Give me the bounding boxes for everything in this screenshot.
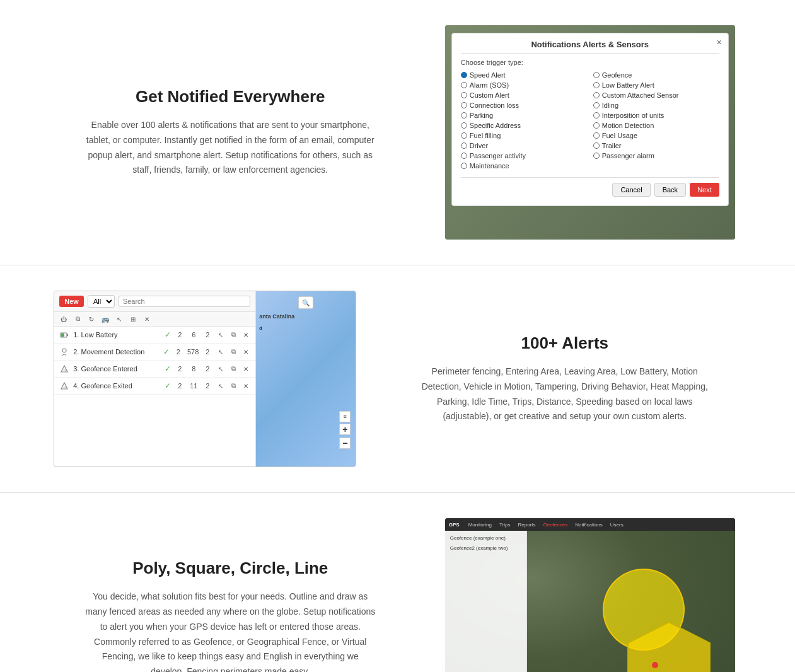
copy-row-icon-1[interactable]: ⧉ [229, 330, 238, 339]
topbar-trips[interactable]: Trips [497, 522, 513, 528]
dialog-wrapper: Notifications Alerts & Sensors × Choose … [445, 25, 735, 240]
alert-val3-4: 2 [202, 382, 212, 390]
topbar-geofences[interactable]: Geofences [541, 522, 571, 528]
alert-row-1[interactable]: 1. Low Battery ✓ 2 6 2 ↖ ⧉ ✕ [54, 327, 255, 344]
filter-select[interactable]: All [88, 295, 115, 308]
radio-speed-alert[interactable]: Speed Alert [461, 71, 587, 79]
radio-low-battery-alert[interactable]: Low Battery Alert [593, 81, 719, 89]
geofence-body: You decide, what solution fits best for … [85, 589, 375, 672]
close-icon[interactable]: × [717, 37, 722, 47]
radio-circle-idling [593, 102, 600, 108]
delete-icon-2[interactable]: ✕ [241, 347, 250, 356]
copy-row-icon-4[interactable]: ⧉ [229, 381, 238, 390]
edit-icon-3[interactable]: ↖ [216, 364, 225, 373]
geofence-image-col: GPS Monitoring Trips Reports Geofences N… [423, 518, 758, 672]
alert-row-4[interactable]: G 4. Geofence Exited ✓ 2 11 2 ↖ ⧉ ✕ [54, 378, 255, 395]
radio-driver[interactable]: Driver [461, 142, 587, 149]
topbar-notifications[interactable]: Notifications [572, 522, 605, 528]
radio-label-trailer: Trailer [602, 142, 622, 149]
next-button[interactable]: Next [690, 183, 719, 197]
radio-parking[interactable]: Parking [461, 112, 587, 119]
search-input[interactable] [119, 296, 250, 307]
alert-row-3[interactable]: G 3. Geofence Entered ✓ 2 8 2 ↖ ⧉ ✕ [54, 361, 255, 378]
check-icon-1: ✓ [165, 330, 171, 339]
radio-label-fuelfill: Fuel filling [470, 132, 501, 139]
topbar-users[interactable]: Users [608, 522, 626, 528]
radio-circle-connloss [461, 102, 467, 108]
zoom-out-button[interactable]: − [339, 437, 351, 449]
power-icon[interactable]: ⏻ [59, 315, 68, 323]
radio-trailer[interactable]: Trailer [593, 142, 719, 149]
arrow-icon[interactable]: ↖ [115, 315, 124, 323]
radio-label-parking: Parking [470, 112, 493, 119]
radio-fuel-filling[interactable]: Fuel filling [461, 132, 587, 139]
radio-fuel-usage[interactable]: Fuel Usage [593, 132, 719, 139]
new-alert-button[interactable]: New [59, 296, 84, 307]
svg-point-3 [62, 349, 66, 352]
radio-specific-address[interactable]: Specific Address [461, 122, 587, 129]
notifications-title: Get Notified Everywhere [63, 87, 398, 107]
radio-label-custattach: Custom Attached Sensor [602, 91, 679, 99]
alert-val1-4: 2 [175, 382, 185, 390]
geo-sidebar-item-2[interactable]: Geofence2 (example two) [448, 543, 524, 553]
radio-maintenance[interactable]: Maintenance [461, 162, 587, 170]
back-button[interactable]: Back [654, 183, 686, 197]
alert-icon-geofence-entered: G [59, 364, 69, 374]
radio-circle-motion [593, 122, 600, 129]
radio-label-lowbatt: Low Battery Alert [602, 81, 654, 89]
radio-circle-geofence [593, 72, 600, 78]
delete-icon-4[interactable]: ✕ [241, 381, 250, 390]
geo-sidebar: Geofence (example one) Geofence2 (exampl… [445, 531, 527, 672]
section-geofence: Poly, Square, Circle, Line You decide, w… [0, 493, 795, 672]
radio-label-alarm: Alarm (SOS) [470, 81, 509, 89]
radio-passenger-alarm[interactable]: Passenger alarm [593, 152, 719, 159]
copy-icon[interactable]: ⧉ [73, 315, 82, 323]
radio-alarm-sos[interactable]: Alarm (SOS) [461, 81, 587, 89]
delete-icon-3[interactable]: ✕ [241, 364, 250, 373]
edit-icon-4[interactable]: ↖ [216, 381, 225, 390]
map-layers-icon[interactable]: ≡ [339, 411, 351, 422]
radio-idling[interactable]: Idling [593, 101, 719, 109]
edit-icon-1[interactable]: ↖ [216, 330, 225, 339]
alert-name-1: 1. Low Battery [73, 331, 161, 339]
alert-row-2[interactable]: 2. Movement Detection ✓ 2 578 2 ↖ ⧉ ✕ [54, 344, 255, 361]
copy-row-icon-2[interactable]: ⧉ [229, 347, 238, 356]
geo-sidebar-item-1[interactable]: Geofence (example one) [448, 533, 524, 543]
alert-val2-4: 11 [189, 382, 199, 390]
notifications-body: Enable over 100 alerts & notifications t… [85, 118, 375, 178]
topbar-reports[interactable]: Reports [516, 522, 538, 528]
alert-icon-battery [59, 330, 69, 340]
radio-geofence[interactable]: Geofence [593, 71, 719, 79]
zoom-in-button[interactable]: + [339, 424, 351, 435]
app-logo: GPS [449, 522, 460, 528]
radio-circle-passact [461, 153, 467, 159]
alert-val1-3: 2 [175, 365, 185, 373]
radio-circle-specaddr [461, 122, 467, 129]
delete-icon-1[interactable]: ✕ [241, 330, 250, 339]
refresh-icon[interactable]: ↻ [87, 315, 96, 323]
radio-circle-parking [461, 112, 467, 119]
close-list-icon[interactable]: ✕ [142, 315, 151, 323]
radio-label-geofence: Geofence [602, 71, 632, 79]
radio-connection-loss[interactable]: Connection loss [461, 101, 587, 109]
radio-label-specaddr: Specific Address [470, 122, 521, 129]
alerts-title: 100+ Alerts [398, 333, 733, 353]
grid-icon[interactable]: ⊞ [129, 315, 137, 323]
vehicle-icon[interactable]: 🚌 [101, 315, 110, 323]
alerts-toolbar: New All [54, 291, 255, 312]
copy-row-icon-3[interactable]: ⧉ [229, 364, 238, 373]
radio-interposition[interactable]: Interposition of units [593, 112, 719, 119]
radio-custom-attached[interactable]: Custom Attached Sensor [593, 91, 719, 99]
topbar-monitoring[interactable]: Monitoring [466, 522, 494, 528]
edit-icon-2[interactable]: ↖ [216, 347, 225, 356]
radio-custom-alert[interactable]: Custom Alert [461, 91, 587, 99]
alerts-image-col: New All ⏻ ⧉ ↻ 🚌 ↖ [38, 291, 373, 467]
svg-rect-1 [67, 334, 68, 336]
radio-label-driver: Driver [470, 142, 488, 149]
radio-motion-detection[interactable]: Motion Detection [593, 122, 719, 129]
svg-rect-2 [61, 333, 64, 337]
radio-passenger-activity[interactable]: Passenger activity [461, 152, 587, 159]
map-search-icon[interactable]: 🔍 [298, 296, 313, 309]
cancel-button[interactable]: Cancel [612, 183, 650, 197]
radio-label-fuelusage: Fuel Usage [602, 132, 637, 139]
